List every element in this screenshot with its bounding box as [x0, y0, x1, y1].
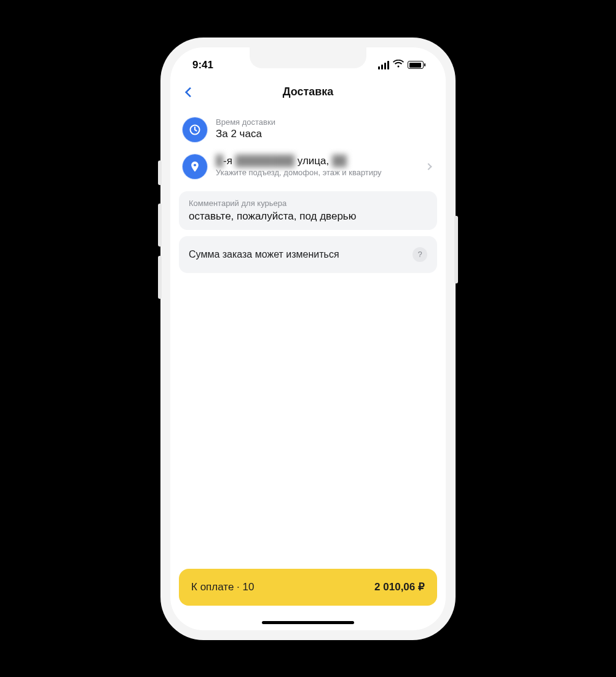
phone-screen: 9:41 Доставка [170, 47, 446, 630]
pay-amount: 2 010,06 ₽ [374, 580, 425, 593]
delivery-time-value: За 2 часа [216, 127, 433, 141]
question-icon: ? [417, 250, 422, 259]
status-time: 9:41 [192, 59, 213, 71]
delivery-time-row[interactable]: Время доставки За 2 часа [170, 111, 446, 148]
back-button[interactable] [180, 82, 200, 102]
pay-button[interactable]: К оплате · 10 2 010,06 ₽ [179, 569, 437, 606]
wifi-icon [393, 60, 404, 70]
cellular-icon [378, 61, 389, 69]
svg-point-1 [194, 164, 196, 166]
content-area: Время доставки За 2 часа █-я ████████ ул… [170, 106, 446, 569]
delivery-time-label: Время доставки [216, 117, 433, 128]
side-button [158, 160, 162, 185]
side-button [158, 204, 162, 247]
address-redacted: █ [216, 154, 223, 168]
location-pin-icon [183, 154, 207, 179]
phone-notch [250, 47, 366, 68]
page-title: Доставка [283, 85, 334, 98]
phone-frame: 9:41 Доставка [160, 38, 456, 640]
address-row[interactable]: █-я ████████ улица, ██ Укажите подъезд, … [170, 148, 446, 185]
home-indicator[interactable] [262, 621, 354, 624]
address-redacted: ████████ [235, 154, 294, 168]
chevron-left-icon [185, 87, 195, 97]
courier-comment-card[interactable]: Комментарий для курьера [179, 191, 437, 230]
courier-comment-input[interactable] [189, 210, 427, 223]
status-indicators [378, 60, 424, 70]
help-button[interactable]: ? [413, 247, 427, 262]
price-notice-text: Сумма заказа может измениться [189, 249, 339, 260]
clock-icon [183, 117, 207, 142]
nav-bar: Доставка [170, 78, 446, 106]
side-button [454, 216, 458, 283]
courier-comment-label: Комментарий для курьера [189, 199, 427, 208]
chevron-right-icon [425, 163, 432, 170]
pay-label: К оплате · 10 [191, 581, 254, 593]
side-button [158, 256, 162, 299]
price-notice-card: Сумма заказа может измениться ? [179, 236, 437, 273]
address-redacted: ██ [332, 154, 347, 168]
address-value: █-я ████████ улица, ██ [216, 154, 417, 168]
address-hint: Укажите подъезд, домофон, этаж и квартир… [216, 168, 417, 178]
battery-icon [408, 61, 424, 69]
